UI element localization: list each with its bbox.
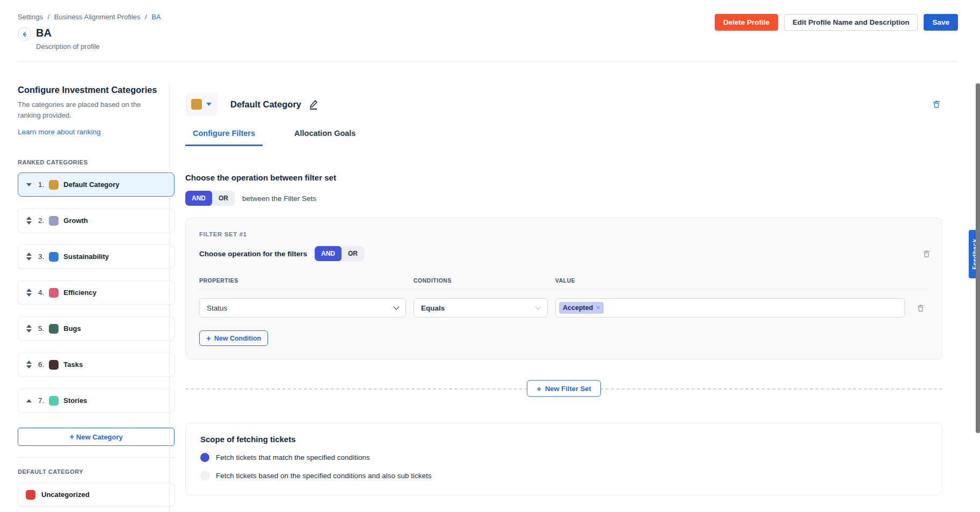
delete-condition-button[interactable] [916, 304, 925, 313]
move-down-icon[interactable] [26, 329, 32, 333]
learn-more-link[interactable]: Learn more about ranking [18, 128, 101, 136]
category-rank: 4. [38, 289, 44, 297]
category-label: Bugs [63, 324, 81, 333]
category-item-efficiency[interactable]: 4. Efficiency [18, 280, 175, 305]
new-condition-label: New Condition [214, 335, 262, 342]
move-up-icon[interactable] [26, 324, 32, 328]
category-item-default-category[interactable]: 1. Default Category [18, 172, 175, 197]
sort-arrows[interactable] [25, 360, 33, 369]
category-label: Growth [63, 217, 88, 225]
new-condition-button[interactable]: + New Condition [199, 330, 268, 346]
plus-icon: + [206, 334, 211, 342]
category-label: Default Category [63, 181, 119, 189]
and-toggle[interactable]: AND [315, 246, 342, 261]
uncategorized-item[interactable]: Uncategorized [18, 482, 175, 507]
move-down-icon[interactable] [26, 293, 32, 297]
breadcrumb-separator: / [48, 13, 50, 21]
move-up-icon[interactable] [26, 217, 32, 220]
top-bar: Settings / Business Alignment Profiles /… [0, 0, 980, 51]
sort-arrows[interactable] [25, 289, 33, 297]
move-down-icon[interactable] [26, 365, 32, 369]
tab-configure-filters[interactable]: Configure Filters [185, 129, 263, 146]
ranked-categories-label: RANKED CATEGORIES [18, 159, 169, 165]
category-rank: 3. [38, 253, 44, 261]
value-chip-label: Accepted [563, 304, 593, 312]
move-up-icon[interactable] [26, 360, 32, 364]
scope-option-match-conditions[interactable]: Fetch tickets that match the specified c… [200, 453, 927, 462]
category-color-dot [49, 288, 59, 298]
edit-profile-button[interactable]: Edit Profile Name and Description [784, 14, 918, 31]
category-item-sustainability[interactable]: 3. Sustainability [18, 244, 175, 269]
trash-icon [916, 304, 925, 313]
scope-option-sub-tickets[interactable]: Fetch tickets based on the specified con… [200, 471, 927, 480]
category-rank: 6. [38, 360, 44, 369]
new-category-button[interactable]: + New Category [18, 428, 175, 446]
radio-unselected-icon[interactable] [200, 471, 209, 480]
category-item-tasks[interactable]: 6. Tasks [18, 352, 175, 377]
back-button[interactable] [18, 27, 31, 41]
plus-icon: + [536, 385, 541, 393]
move-up-icon[interactable] [26, 253, 32, 256]
property-select[interactable]: Status [199, 298, 406, 318]
new-filter-set-button[interactable]: + New Filter Set [527, 380, 601, 397]
filters-operator-toggle: AND OR [315, 246, 364, 261]
move-down-icon[interactable] [26, 221, 32, 225]
move-up-icon[interactable] [26, 399, 32, 402]
filter-set-label: FILTER SET #1 [199, 231, 928, 237]
page-title: BA [36, 26, 100, 39]
move-up-icon[interactable] [26, 289, 32, 292]
tab-allocation-goals[interactable]: Allocation Goals [287, 129, 363, 146]
sidebar-divider [18, 457, 175, 458]
delete-profile-button[interactable]: Delete Profile [715, 14, 778, 31]
scope-option-label: Fetch tickets based on the specified con… [216, 472, 431, 480]
chevron-down-icon [535, 304, 541, 309]
radio-selected-icon[interactable] [200, 453, 209, 462]
properties-column-header: PROPERTIES [199, 277, 406, 284]
delete-filter-set-button[interactable] [922, 249, 931, 258]
sort-arrows[interactable] [25, 399, 33, 402]
category-color-dot [26, 490, 35, 500]
filter-set-operator-toggle: AND OR [185, 191, 235, 206]
sort-arrows[interactable] [25, 183, 33, 186]
sort-arrows[interactable] [25, 324, 33, 333]
caret-down-icon [206, 103, 212, 106]
condition-select[interactable]: Equals [413, 298, 548, 318]
breadcrumb-settings[interactable]: Settings [18, 13, 43, 21]
value-chip: Accepted × [559, 302, 604, 314]
value-input[interactable]: Accepted × [555, 298, 905, 318]
category-rank: 2. [38, 217, 44, 225]
move-down-icon[interactable] [26, 183, 32, 186]
breadcrumb-current: BA [151, 13, 161, 21]
and-toggle[interactable]: AND [185, 191, 212, 206]
category-item-growth[interactable]: 2. Growth [18, 208, 175, 233]
back-arrow-icon [21, 31, 28, 38]
edit-category-name-icon[interactable] [308, 99, 319, 110]
category-label: Tasks [63, 360, 83, 369]
filters-operation-label: Choose operation for the filters [199, 250, 307, 258]
trash-icon [932, 99, 941, 109]
category-color-picker[interactable] [185, 92, 217, 116]
category-item-bugs[interactable]: 5. Bugs [18, 316, 175, 341]
operation-section-heading: Choose the operation between filter set [185, 173, 942, 182]
filter-condition-row: Status Equals Accepted × [199, 298, 928, 318]
category-color-dot [49, 324, 59, 334]
new-category-label: New Category [76, 433, 123, 441]
main-panel: Default Category Configure Filters Alloc… [170, 62, 980, 512]
remove-chip-icon[interactable]: × [596, 304, 600, 312]
delete-category-button[interactable] [931, 98, 942, 110]
or-toggle[interactable]: OR [212, 191, 235, 206]
sidebar: Configure Investment Categories The cate… [0, 62, 169, 512]
sort-arrows[interactable] [25, 253, 33, 261]
sort-arrows[interactable] [25, 217, 33, 225]
or-toggle[interactable]: OR [342, 246, 364, 261]
chevron-down-icon [393, 304, 399, 309]
category-item-stories[interactable]: 7. Stories [18, 388, 175, 413]
vertical-scrollbar[interactable] [976, 83, 980, 433]
category-rank: 1. [38, 181, 44, 189]
move-down-icon[interactable] [26, 257, 32, 261]
scope-option-label: Fetch tickets that match the specified c… [216, 453, 370, 461]
save-button[interactable]: Save [924, 14, 958, 31]
breadcrumb-business-alignment-profiles[interactable]: Business Alignment Profiles [54, 13, 140, 21]
default-category-section-label: DEFAULT CATEGORY [18, 468, 169, 475]
category-color-dot [49, 180, 59, 190]
